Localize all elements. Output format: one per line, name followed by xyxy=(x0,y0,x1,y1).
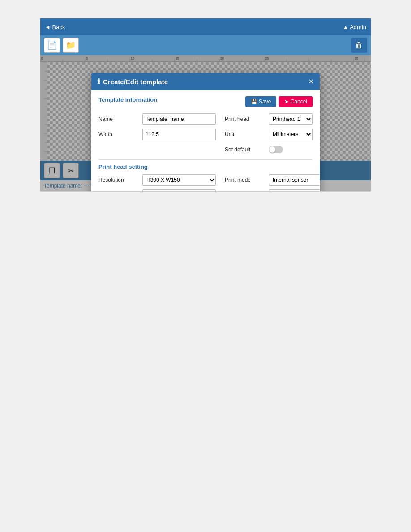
template-info-right: Print head Printhead 1 Printhead 2 Unit xyxy=(225,113,313,156)
trash-icon: 🗑 xyxy=(355,41,363,50)
print-head-row: Print head Printhead 1 Printhead 2 xyxy=(225,113,313,125)
modal-overlay: ℹ Create/Edit template × Template inform… xyxy=(40,55,371,191)
set-default-label: Set default xyxy=(225,146,265,153)
template-info-heading: Template information xyxy=(98,96,157,103)
open-folder-button[interactable]: 📁 xyxy=(63,38,79,53)
direction-row: Direction Left to right Right to left xyxy=(98,189,216,192)
set-default-row: Set default xyxy=(225,143,313,156)
modal-title: Create/Edit template xyxy=(103,78,168,86)
print-mode-label: Print mode xyxy=(225,177,265,183)
name-label: Name xyxy=(98,116,139,122)
print-head-right: Print mode Internal sensor External sens… xyxy=(225,174,320,192)
actions-row: Template information 💾 Save ➤ Cancel xyxy=(98,96,313,107)
name-row: Name xyxy=(98,113,216,125)
cancel-button[interactable]: ➤ Cancel xyxy=(279,96,313,107)
print-mode-row: Print mode Internal sensor External sens… xyxy=(225,174,320,186)
divider-1 xyxy=(98,159,313,160)
app-header: ◄ Back ▲ Admin xyxy=(40,18,371,35)
doc-icon: 📄 xyxy=(47,40,57,50)
unit-select[interactable]: Millimeters Inches xyxy=(269,129,313,140)
info-icon: ℹ xyxy=(98,77,100,86)
modal-header: ℹ Create/Edit template × xyxy=(91,73,320,90)
resolution-select[interactable]: H300 X W150 H300 X W300 xyxy=(142,174,216,186)
print-mode-select[interactable]: Internal sensor External sensor xyxy=(269,174,320,186)
print-head-grid: Resolution H300 X W150 H300 X W300 Direc… xyxy=(98,174,313,192)
resolution-row: Resolution H300 X W150 H300 X W300 xyxy=(98,174,216,186)
top-toolbar: 📄 📁 🗑 xyxy=(40,35,371,55)
modal-dialog: ℹ Create/Edit template × Template inform… xyxy=(91,73,320,192)
direction-select[interactable]: Left to right Right to left xyxy=(142,189,216,192)
resolution-label: Resolution xyxy=(98,177,139,183)
fix-length-input[interactable] xyxy=(269,189,320,192)
template-info-grid: Name Width Pr xyxy=(98,113,313,156)
print-head-select[interactable]: Printhead 1 Printhead 2 xyxy=(269,113,313,125)
width-row: Width xyxy=(98,128,216,141)
unit-label: Unit xyxy=(225,131,265,137)
trash-button[interactable]: 🗑 xyxy=(351,38,367,53)
modal-close-button[interactable]: × xyxy=(308,77,313,86)
toggle-knob xyxy=(269,146,275,153)
folder-icon: 📁 xyxy=(66,40,76,50)
save-button[interactable]: 💾 Save xyxy=(245,96,277,107)
fix-length-row: Fix length xyxy=(225,189,320,192)
width-input[interactable] xyxy=(142,129,216,140)
width-label: Width xyxy=(98,131,139,137)
name-input[interactable] xyxy=(142,113,216,125)
print-head-setting-title: Print head setting xyxy=(98,163,313,170)
print-head-label: Print head xyxy=(225,116,265,122)
new-doc-button[interactable]: 📄 xyxy=(44,38,60,53)
app-window: ◄ Back ▲ Admin 📄 📁 🗑 0 xyxy=(40,18,371,192)
unit-row: Unit Millimeters Inches xyxy=(225,128,313,141)
template-info-left: Name Width xyxy=(98,113,216,156)
modal-title-area: ℹ Create/Edit template xyxy=(98,77,168,86)
print-head-left: Resolution H300 X W150 H300 X W300 Direc… xyxy=(98,174,216,192)
set-default-toggle[interactable] xyxy=(269,146,283,153)
modal-body: Template information 💾 Save ➤ Cancel xyxy=(91,90,320,192)
modal-actions: 💾 Save ➤ Cancel xyxy=(245,96,313,107)
back-button[interactable]: ◄ Back xyxy=(45,24,65,30)
admin-button[interactable]: ▲ Admin xyxy=(342,24,366,30)
